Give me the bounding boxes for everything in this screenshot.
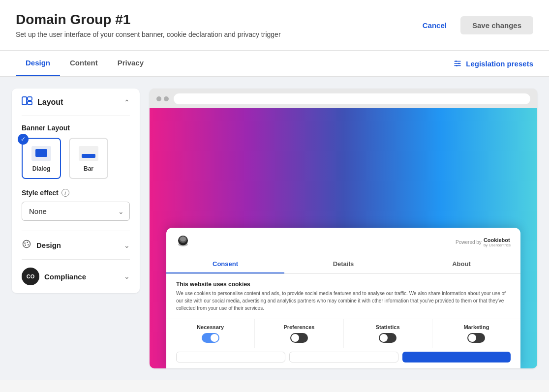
- banner-layout-label: Banner Layout: [22, 124, 130, 132]
- banner-title: This website uses cookies: [176, 281, 511, 288]
- tab-design[interactable]: Design: [16, 51, 60, 76]
- save-button[interactable]: Save changes: [460, 16, 533, 34]
- svg-point-3: [456, 60, 457, 62]
- category-preferences-label: Preferences: [259, 324, 339, 330]
- svg-rect-8: [28, 101, 32, 105]
- svg-rect-6: [22, 97, 27, 105]
- compliance-section-title: Compliance: [44, 272, 86, 281]
- design-section-title: Design: [36, 241, 61, 249]
- category-marketing: Marketing: [432, 319, 520, 348]
- category-necessary-label: Necessary: [170, 324, 250, 330]
- banner-deny-button[interactable]: [176, 352, 285, 362]
- design-palette-icon: [22, 239, 31, 251]
- banner-top: Powered by Cookiebot by Usercentrics: [166, 228, 520, 250]
- main-tabs: Design Content Privacy: [16, 51, 153, 76]
- browser-dot-1: [156, 96, 161, 101]
- browser-dots: [156, 96, 169, 101]
- toggle-necessary-knob: [211, 334, 218, 342]
- compliance-badge: CO: [22, 268, 39, 285]
- layout-section-header-inner: Layout: [22, 96, 63, 108]
- cookiebot-logo-icon: [176, 234, 190, 250]
- legislation-presets-label: Legislation presets: [466, 60, 533, 68]
- toggle-necessary-container: [170, 333, 250, 343]
- category-marketing-label: Marketing: [436, 324, 517, 330]
- dialog-layout-icon: [30, 145, 53, 162]
- toggle-marketing-knob: [468, 334, 476, 342]
- design-chevron-down-icon: ⌄: [124, 241, 130, 249]
- toggle-statistics-knob: [380, 334, 388, 342]
- style-effect-label: Style effect i: [22, 189, 130, 197]
- svg-point-4: [458, 63, 460, 64]
- page-subtitle: Set up the user interface of your consen…: [16, 30, 281, 38]
- toggle-preferences-container: [259, 333, 339, 343]
- banner-allow-button[interactable]: [402, 352, 511, 362]
- sidebar: Layout ⌃ Banner Layout ✓: [12, 89, 140, 293]
- check-icon: ✓: [21, 136, 26, 143]
- browser-content: Powered by Cookiebot by Usercentrics Con…: [150, 108, 537, 368]
- address-bar: [174, 93, 530, 104]
- header-actions: Cancel Save changes: [415, 16, 533, 34]
- bar-layout-icon: [77, 145, 100, 162]
- style-effect-select-wrapper: None Blur Overlay ⌄: [22, 202, 130, 221]
- category-necessary: Necessary: [166, 319, 255, 348]
- design-section-left: Design: [22, 239, 61, 251]
- svg-point-13: [25, 244, 26, 246]
- compliance-chevron-down-icon: ⌄: [124, 272, 130, 280]
- layout-chevron-up-icon: ⌃: [124, 98, 130, 106]
- consent-banner: Powered by Cookiebot by Usercentrics Con…: [166, 228, 520, 368]
- banner-preferences-button[interactable]: [289, 352, 398, 362]
- banner-tab-details[interactable]: Details: [284, 255, 402, 273]
- svg-point-17: [180, 237, 186, 241]
- compliance-section-left: CO Compliance: [22, 268, 86, 285]
- tabs-bar: Design Content Privacy Legislation prese…: [0, 51, 549, 77]
- svg-point-11: [27, 241, 28, 243]
- banner-text: We use cookies to personalise content an…: [176, 290, 511, 312]
- style-effect-info-icon[interactable]: i: [61, 189, 69, 197]
- cancel-button[interactable]: Cancel: [415, 16, 455, 34]
- legislation-presets-button[interactable]: Legislation presets: [453, 59, 533, 68]
- svg-rect-7: [28, 97, 32, 100]
- svg-point-5: [456, 65, 458, 66]
- toggle-preferences[interactable]: [290, 333, 308, 343]
- style-effect-select[interactable]: None Blur Overlay: [22, 202, 130, 221]
- powered-by-text: Powered by Cookiebot by Usercentrics: [456, 237, 511, 247]
- page-header: Domain Group #1 Set up the user interfac…: [0, 0, 549, 51]
- sliders-icon: [453, 59, 462, 68]
- tab-privacy[interactable]: Privacy: [108, 51, 153, 76]
- layout-section-header[interactable]: Layout ⌃: [12, 89, 140, 116]
- toggle-preferences-knob: [291, 334, 299, 342]
- category-statistics-label: Statistics: [348, 324, 428, 330]
- banner-tab-about[interactable]: About: [402, 255, 520, 273]
- svg-point-10: [24, 242, 26, 244]
- banner-tab-consent[interactable]: Consent: [166, 255, 284, 273]
- browser-dot-2: [164, 96, 169, 101]
- toggle-statistics[interactable]: [379, 333, 396, 343]
- dialog-label: Dialog: [32, 165, 51, 172]
- cookie-categories: Necessary Preferences: [166, 319, 520, 348]
- browser-chrome: [150, 89, 537, 108]
- layout-icon: [22, 96, 32, 108]
- category-preferences: Preferences: [255, 319, 343, 348]
- selected-check-badge: ✓: [18, 134, 29, 145]
- compliance-section-header[interactable]: CO Compliance ⌄: [12, 260, 140, 293]
- design-section-header[interactable]: Design ⌄: [12, 231, 140, 259]
- svg-point-12: [28, 244, 29, 245]
- toggle-marketing[interactable]: [467, 333, 485, 343]
- layout-section-title: Layout: [37, 98, 63, 107]
- toggle-marketing-container: [436, 333, 517, 343]
- banner-tabs: Consent Details About: [166, 255, 520, 274]
- tab-content[interactable]: Content: [60, 51, 108, 76]
- banner-footer: [166, 348, 520, 368]
- svg-point-9: [23, 241, 30, 248]
- main-content: Layout ⌃ Banner Layout ✓: [0, 77, 549, 380]
- preview-area: Powered by Cookiebot by Usercentrics Con…: [150, 89, 537, 368]
- style-effect-section: Style effect i None Blur Overlay ⌄: [22, 189, 130, 221]
- page-title: Domain Group #1: [16, 12, 281, 28]
- layout-option-dialog[interactable]: ✓ Dialog: [22, 138, 61, 179]
- layout-options: ✓ Dialog: [22, 138, 130, 179]
- toggle-necessary[interactable]: [202, 333, 219, 343]
- category-statistics: Statistics: [344, 319, 432, 348]
- toggle-statistics-container: [348, 333, 428, 343]
- banner-body: This website uses cookies We use cookies…: [166, 274, 520, 319]
- layout-option-bar[interactable]: Bar: [69, 138, 108, 179]
